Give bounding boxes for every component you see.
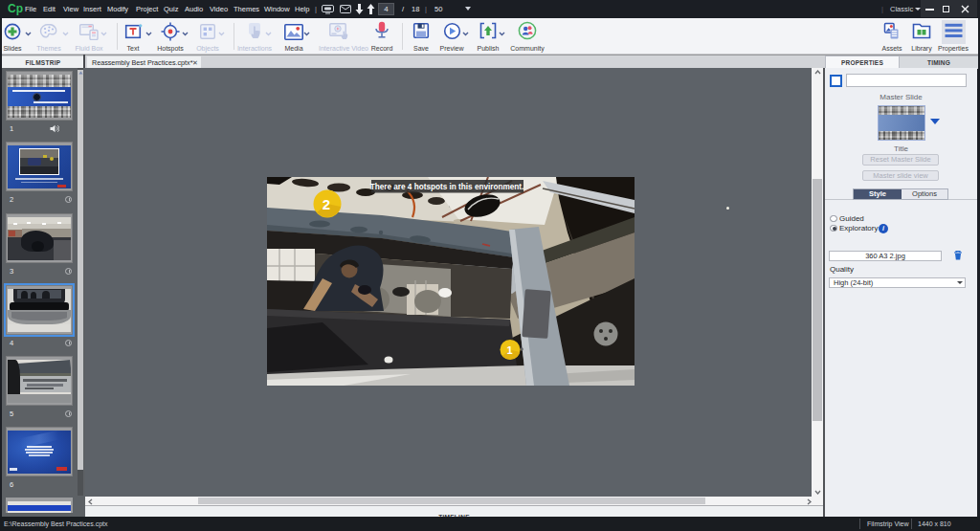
svg-text:2: 2 — [323, 196, 330, 212]
svg-text:There are 4 hotspots in this e: There are 4 hotspots in this environment… — [370, 183, 524, 191]
svg-text:1: 1 — [506, 344, 512, 356]
